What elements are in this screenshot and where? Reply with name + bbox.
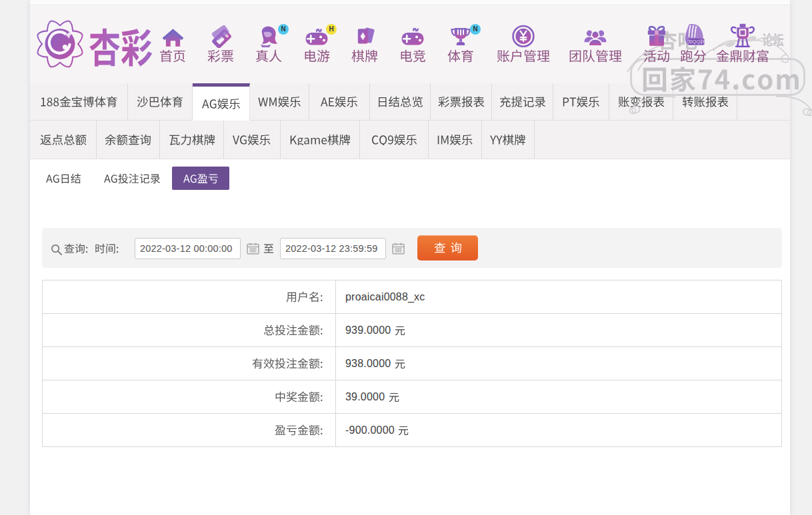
svg-text:加QQ群: 加QQ群 (688, 39, 705, 45)
